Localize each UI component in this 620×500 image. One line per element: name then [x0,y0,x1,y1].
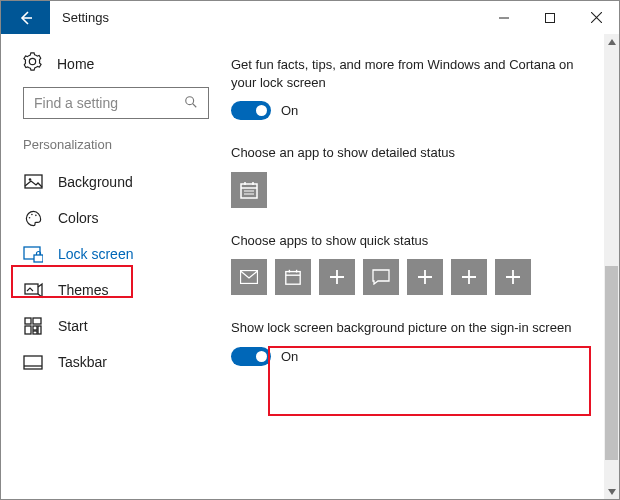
sidebar-item-label: Background [58,174,133,190]
sidebar-item-label: Colors [58,210,98,226]
scroll-down-icon[interactable] [604,484,619,499]
close-button[interactable] [573,1,619,34]
plus-icon [417,269,433,285]
svg-rect-10 [25,318,31,324]
svg-rect-13 [33,326,37,330]
sidebar-item-taskbar[interactable]: Taskbar [23,344,209,380]
svg-rect-14 [33,331,37,334]
toggle-switch-on-icon [231,347,271,366]
sidebar-item-label: Themes [58,282,109,298]
sidebar-item-start[interactable]: Start [23,308,209,344]
themes-icon [23,280,43,300]
plus-icon [505,269,521,285]
signin-background-toggle[interactable]: On [231,347,589,366]
setting-title: Choose apps to show quick status [231,232,589,250]
toggle-switch-on-icon [231,101,271,120]
search-input[interactable]: Find a setting [23,87,209,119]
main-panel: Get fun facts, tips, and more from Windo… [231,34,619,499]
setting-fun-facts: Get fun facts, tips, and more from Windo… [231,56,589,120]
svg-rect-16 [24,356,42,369]
quick-status-tile-add-4[interactable] [495,259,531,295]
svg-rect-2 [25,175,42,188]
sidebar-item-background[interactable]: Background [23,164,209,200]
setting-detailed-status: Choose an app to show detailed status [231,144,589,208]
setting-title: Show lock screen background picture on t… [231,319,589,337]
sidebar-item-home[interactable]: Home [23,52,209,75]
svg-rect-15 [38,326,41,334]
window-title: Settings [50,1,481,34]
mail-icon [240,270,258,284]
sidebar-item-themes[interactable]: Themes [23,272,209,308]
scrollbar[interactable] [604,34,619,499]
sidebar-item-label: Taskbar [58,354,107,370]
svg-point-4 [28,216,30,218]
window-controls [481,1,619,34]
svg-point-1 [186,96,194,104]
toggle-state: On [281,103,298,118]
gear-icon [23,52,42,75]
sidebar-item-colors[interactable]: Colors [23,200,209,236]
calendar-icon [239,180,259,200]
chat-icon [372,269,390,285]
sidebar-category: Personalization [23,137,209,152]
search-placeholder: Find a setting [34,95,184,111]
detailed-status-app-tile[interactable] [231,172,267,208]
start-icon [23,316,43,336]
maximize-button[interactable] [527,1,573,34]
setting-title: Choose an app to show detailed status [231,144,589,162]
setting-title: Get fun facts, tips, and more from Windo… [231,56,589,91]
arrow-left-icon [17,9,35,27]
quick-status-tile-add-1[interactable] [319,259,355,295]
picture-icon [23,172,43,192]
minimize-button[interactable] [481,1,527,34]
setting-quick-status: Choose apps to show quick status [231,232,589,296]
svg-rect-8 [34,255,43,262]
palette-icon [23,208,43,228]
scrollbar-thumb[interactable] [605,266,618,460]
calendar-icon [284,268,302,286]
search-icon [184,95,198,112]
sidebar-item-lock-screen[interactable]: Lock screen [23,236,209,272]
quick-status-tile-add-2[interactable] [407,259,443,295]
quick-status-tile-add-3[interactable] [451,259,487,295]
svg-rect-0 [546,13,555,22]
sidebar-item-label: Start [58,318,88,334]
plus-icon [329,269,345,285]
title-bar: Settings [1,1,619,34]
taskbar-icon [23,352,43,372]
fun-facts-toggle[interactable]: On [231,101,589,120]
lock-screen-icon [23,244,43,264]
plus-icon [461,269,477,285]
back-button[interactable] [1,1,50,34]
home-label: Home [57,56,94,72]
svg-rect-11 [33,318,41,324]
svg-point-6 [35,214,37,216]
quick-status-tile-calendar[interactable] [275,259,311,295]
svg-rect-12 [25,326,31,334]
sidebar: Home Find a setting Personalization Back… [1,34,231,499]
scroll-up-icon[interactable] [604,34,619,49]
setting-signin-background: Show lock screen background picture on t… [231,319,589,366]
toggle-state: On [281,349,298,364]
sidebar-item-label: Lock screen [58,246,133,262]
svg-rect-25 [286,272,300,285]
quick-status-tile-mail[interactable] [231,259,267,295]
quick-status-tile-messaging[interactable] [363,259,399,295]
svg-point-5 [31,213,33,215]
